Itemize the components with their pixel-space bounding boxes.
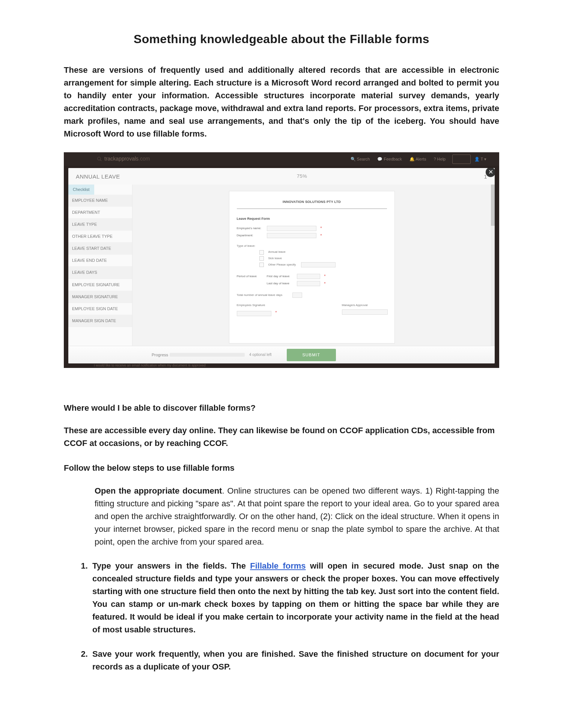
app-screenshot: trackapprovals.com 🔍 Search 💬 Feedback 🔔… [64,152,499,368]
scrollbar[interactable] [491,185,495,346]
step-open-document: Open the appropriate document. Online st… [92,485,499,548]
list-item[interactable]: EMPLOYEE SIGN DATE [68,303,132,315]
input-last-day[interactable] [297,281,320,286]
progress-label: Progress [152,352,168,358]
list-item[interactable]: LEAVE END DATE [68,255,132,267]
app-panel: ✕ ANNUAL LEAVE 75% 1 Checklist EMPLOYEE … [68,168,495,363]
panel-title: ANNUAL LEAVE [76,172,120,181]
label-last-day: Last day of leave [267,281,294,286]
label-department: Department: [237,233,264,238]
panel-percent: 75% [120,173,484,180]
heading-where: Where would I be able to discover fillab… [64,402,499,414]
checkbox-sick[interactable] [259,256,264,261]
app-brand: trackapprovals.com [97,155,150,163]
input-employee-signature[interactable] [237,311,271,316]
below-text: I would like to receive an email notific… [94,363,206,368]
option-sick: Sick leave [268,256,282,261]
fillable-forms-link[interactable]: Fillable forms [250,561,306,570]
paragraph-where: These are accessible every day online. T… [64,424,499,450]
menu-help[interactable]: ? Help [434,156,446,162]
step1-pre: The [227,561,250,570]
input-other-specify[interactable] [301,262,336,267]
list-item[interactable]: LEAVE DAYS [68,267,132,279]
step-save-work: Save your work frequently, when you are … [90,648,499,673]
input-first-day[interactable] [297,274,320,279]
list-item[interactable]: MANAGER SIGNATURE [68,291,132,303]
step1-text: will open in secured mode. Just snap on … [92,561,499,634]
option-other: Other Please specify [268,263,296,267]
label-period: Period of leave [237,274,264,279]
menu-box[interactable] [452,155,470,164]
svg-line-1 [100,160,102,161]
document-canvas: INNOVATION SOLUTIONS PTY LTD Leave Reque… [132,185,491,346]
list-item[interactable]: EMPLOYEE SIGNATURE [68,279,132,291]
intro-paragraph: These are versions of frequently used an… [64,64,499,141]
label-first-day: First day of leave [267,274,294,279]
required-icon: * [274,310,278,316]
list-item[interactable]: MANAGER SIGN DATE [68,315,132,327]
step0-strong: Open the appropriate document [95,486,222,495]
input-total-days[interactable] [292,293,302,298]
svg-point-0 [98,157,101,160]
required-icon: * [319,225,323,231]
required-icon: * [323,273,327,279]
doc-form-title: Leave Request Form [237,216,387,222]
step-type-answers: Type your answers in the fields. The Fil… [90,560,499,636]
input-manager-approval[interactable] [342,309,388,315]
required-icon: * [323,281,327,287]
label-employee-signature: Employees Signature [237,303,282,308]
panel-header: ANNUAL LEAVE 75% 1 [68,168,495,185]
submit-button[interactable]: SUBMIT [287,349,336,361]
label-type-of-leave: Type of leave: [237,244,387,248]
menu-user[interactable]: 👤 T ▾ [474,156,486,162]
checklist-tab[interactable]: Checklist [68,185,94,195]
required-icon: * [319,233,323,239]
label-manager-approval: Managers Approval [342,303,387,308]
page-title: Something knowledgeable about the Fillab… [64,30,499,49]
list-item[interactable]: LEAVE TYPE [68,219,132,231]
menu-feedback[interactable]: 💬 Feedback [377,156,402,162]
progress-bar [170,353,245,357]
input-employee-name[interactable] [267,226,316,231]
steps-list: Type your answers in the fields. The Fil… [75,560,499,673]
step2-strong: Save your work frequently, when you are … [92,649,295,659]
fillable-document: INNOVATION SOLUTIONS PTY LTD Leave Reque… [229,191,394,343]
list-item[interactable]: LEAVE START DATE [68,243,132,255]
app-topbar: trackapprovals.com 🔍 Search 💬 Feedback 🔔… [64,152,499,166]
input-department[interactable] [267,233,316,238]
checkbox-annual[interactable] [259,250,264,255]
optional-left: 4 optional left [249,352,272,358]
heading-follow: Follow the below steps to use fillable f… [64,462,499,474]
label-total-days: Total number of annual leave days [237,293,289,297]
doc-company: INNOVATION SOLUTIONS PTY LTD [237,197,387,209]
option-annual: Annual leave [268,250,286,254]
panel-footer: Progress 4 optional left SUBMIT [68,346,495,363]
list-item[interactable]: OTHER LEAVE TYPE [68,231,132,243]
step1-strong: Type your answers in the fields. [92,561,227,570]
list-item[interactable]: DEPARTMENT [68,207,132,219]
label-employee-name: Employee's name: [237,226,264,231]
checkbox-other[interactable] [259,263,264,267]
list-item[interactable]: EMPLOYEE NAME [68,195,132,207]
menu-alerts[interactable]: 🔔 Alerts [409,156,426,162]
menu-search[interactable]: 🔍 Search [351,156,370,162]
close-icon[interactable]: ✕ [486,168,495,177]
brand-text: trackapprovals.com [104,155,150,163]
search-icon [97,156,102,162]
checklist-sidebar: Checklist EMPLOYEE NAME DEPARTMENT LEAVE… [68,185,132,346]
